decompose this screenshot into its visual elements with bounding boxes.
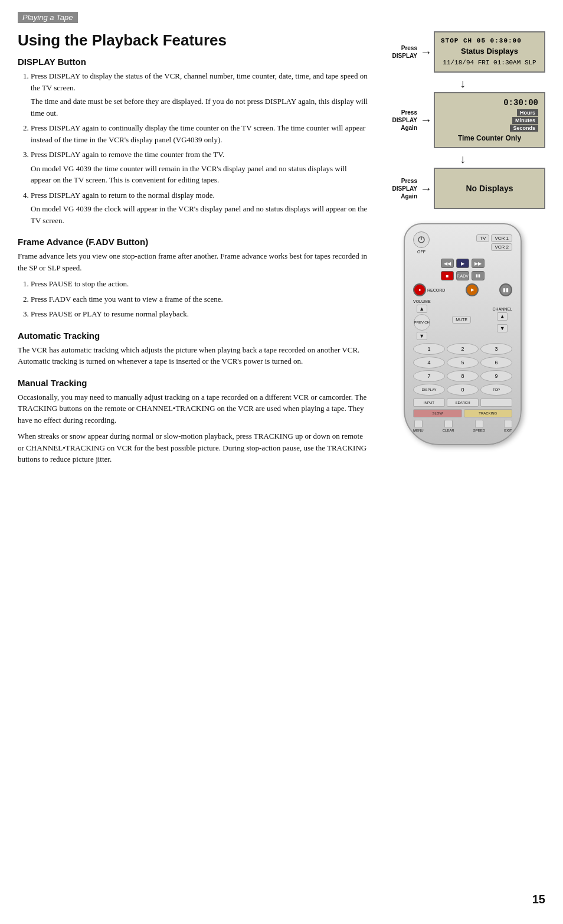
display-item-4-note: On model VG 4039 the clock will appear i… [31,203,368,226]
panel1-screen: STOP CH 05 0:30:00 Status Displays 11/18… [434,31,545,73]
section-frame-heading: Frame Advance (F.ADV Button) [18,237,368,247]
vcr1-button[interactable]: VCR 1 [491,234,512,242]
rew-button[interactable]: ◀◀ [441,259,454,268]
volume-group: VOLUME ▲ PREV.CH ▼ [413,299,431,340]
panel2-hours: Hours [517,109,538,116]
prev-ch-button[interactable]: PREV.CH [414,314,430,331]
panel-1-row: PressDISPLAY → STOP CH 05 0:30:00 Status… [380,31,545,73]
remote-container: OFF TV VCR 1 VCR 2 ◀◀ [380,223,545,445]
channel-label: CHANNEL [493,307,512,311]
main-title: Using the Playback Features [18,31,368,50]
num-8-button[interactable]: 8 [447,370,479,382]
mute-button[interactable]: MUTE [452,316,471,324]
fadv-round-button[interactable]: ▶ [466,283,479,296]
panel3-press-label: PressDISPLAYAgain [380,168,418,209]
panel3-screen: No Displays [434,168,545,209]
menu-button[interactable] [414,420,423,428]
num-7-button[interactable]: 7 [413,370,445,382]
exit-group: EXIT [504,420,512,432]
panel3-arrow: → [418,168,434,209]
clear-button[interactable] [444,420,453,428]
rec-label: RECORD [427,288,445,292]
num-4-button[interactable]: 4 [413,357,445,368]
display-item-1-note: The time and date must be set before the… [31,96,368,119]
auto-tracking-heading: Automatic Tracking [18,331,368,341]
panel1-status-bar: STOP CH 05 0:30:00 [441,37,538,44]
prog-group: MENU [413,420,424,432]
remote-control: OFF TV VCR 1 VCR 2 ◀◀ [404,223,522,445]
display-list: Press DISPLAY to display the status of t… [18,70,368,226]
section-frame-advance: Frame Advance (F.ADV Button) Frame advan… [18,237,368,320]
num-2-button[interactable]: 2 [447,343,479,355]
num-5-button[interactable]: 5 [447,357,479,368]
top-button[interactable]: TOP [480,384,512,396]
rec-row: ● RECORD ▶ ▮▮ [413,283,512,296]
auto-tracking-text: The VCR has automatic tracking which adj… [18,344,368,367]
clear-group: CLEAR [443,420,454,432]
panel3-no-displays: No Displays [466,184,513,193]
right-column: PressDISPLAY → STOP CH 05 0:30:00 Status… [380,31,545,476]
fadv-button[interactable]: F.ADV [456,271,469,280]
num-0-button[interactable]: 0 [447,384,479,396]
ch-down-button[interactable]: ▼ [497,324,508,332]
section-auto-tracking: Automatic Tracking The VCR has automatic… [18,331,368,367]
panel2-time: 0:30:00 [441,98,538,107]
channel-group: CHANNEL ▲ ▼ [493,307,512,332]
manual-tracking-para2: When streaks or snow appear during norma… [18,430,368,465]
arrow-down-1: ↓ [380,75,545,92]
pause-button[interactable]: ▮▮ [472,271,485,280]
num-9-button[interactable]: 9 [480,370,512,382]
panel2-seconds: Seconds [510,125,538,132]
ffwd-button[interactable]: ▶▶ [472,259,485,268]
tv-button[interactable]: TV [476,234,489,242]
panel2-minutes: Minutes [512,117,538,124]
clear-label: CLEAR [443,429,454,432]
manual-tracking-heading: Manual Tracking [18,378,368,388]
transport-row-1: ◀◀ ▶ ▶▶ [413,259,512,268]
panel1-arrow: → [418,31,434,73]
section-manual-tracking: Manual Tracking Occasionally, you may ne… [18,378,368,465]
frame-item-3: Press PAUSE or PLAY to resume normal pla… [31,308,368,320]
panel-2-row: PressDISPLAYAgain → 0:30:00 Hours Minute… [380,92,545,148]
slow-button[interactable]: SLOW [413,409,462,417]
display-item-4: Press DISPLAY again to return to the nor… [31,190,368,227]
page-number: 15 [532,893,545,906]
header-bar: Playing a Tape [18,12,78,23]
transport-section: ◀◀ ▶ ▶▶ ■ F.ADV ▮▮ [413,259,512,280]
panel2-press-label: PressDISPLAYAgain [380,92,418,148]
display-button[interactable]: DISPLAY [413,384,445,396]
vol-down-button[interactable]: ▼ [417,332,427,340]
input-button[interactable]: INPUT [413,399,445,407]
vol-ch-row: VOLUME ▲ PREV.CH ▼ MUTE CHANNEL ▲ ▼ [413,299,512,340]
panel-3-row: PressDISPLAYAgain → No Displays [380,168,545,209]
transport-row-2: ■ F.ADV ▮▮ [413,271,512,280]
menu-label: MENU [413,429,424,432]
rec-button[interactable]: ● [413,283,426,296]
left-column: Using the Playback Features DISPLAY Butt… [18,31,368,476]
ch-up-button[interactable]: ▲ [497,312,508,321]
section-display: DISPLAY Button Press DISPLAY to display … [18,57,368,226]
tracking-button[interactable]: TRACKING [464,409,513,417]
vcr2-row: VCR 2 [476,243,512,251]
num-3-button[interactable]: 3 [480,343,512,355]
panel1-press-label: PressDISPLAY [380,31,418,73]
power-button[interactable] [413,231,430,248]
num-1-button[interactable]: 1 [413,343,445,355]
panel1-date: 11/18/94 FRI 01:30AM SLP [441,59,538,66]
exit-label: EXIT [504,429,512,432]
speed-label: SPEED [473,429,485,432]
exit-button[interactable] [504,420,512,428]
play-button[interactable]: ▶ [456,259,469,268]
speed-button[interactable] [475,420,483,428]
header-title: Playing a Tape [22,13,73,22]
vcr2-button[interactable]: VCR 2 [491,243,512,251]
panel2-screen: 0:30:00 Hours Minutes Seconds Time Count… [434,92,545,148]
vol-up-button[interactable]: ▲ [417,305,427,313]
display-item-1: Press DISPLAY to display the status of t… [31,70,368,119]
display-item-2: Press DISPLAY again to continually displ… [31,122,368,145]
num-6-button[interactable]: 6 [480,357,512,368]
stop-button[interactable]: ■ [441,271,454,280]
pause-round-button[interactable]: ▮▮ [499,283,512,296]
arrow-down-2: ↓ [380,151,545,168]
search-button[interactable]: SEARCH [447,399,479,407]
